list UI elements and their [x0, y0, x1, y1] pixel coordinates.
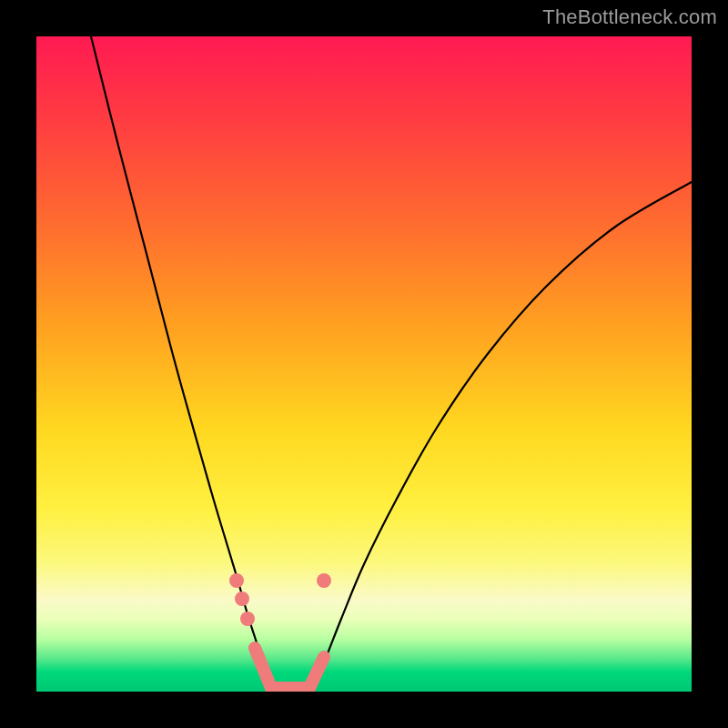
marker-dot: [317, 573, 331, 588]
marker-group: [229, 573, 331, 688]
marker-dot: [229, 573, 244, 588]
marker-dot: [235, 592, 249, 606]
marker-segment: [255, 648, 271, 688]
plot-area: [36, 36, 692, 692]
marker-dot: [240, 612, 255, 626]
curve-right: [309, 182, 692, 692]
curve-layer: [36, 36, 692, 692]
watermark-text: TheBottleneck.com: [542, 5, 717, 29]
curve-left: [91, 36, 275, 692]
marker-segment: [309, 657, 324, 688]
chart-frame: TheBottleneck.com: [0, 0, 728, 728]
